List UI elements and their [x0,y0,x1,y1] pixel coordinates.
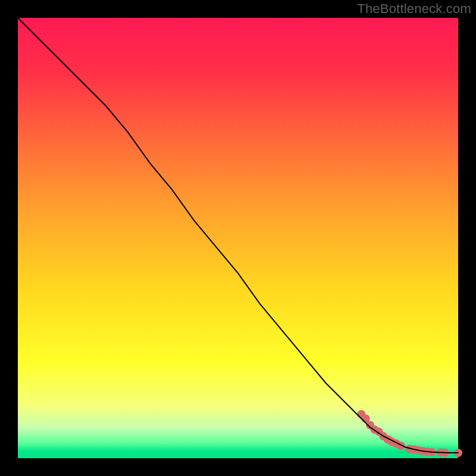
watermark-text: TheBottleneck.com [357,1,471,17]
bottleneck-chart [0,0,476,476]
chart-stage: TheBottleneck.com [0,0,476,476]
